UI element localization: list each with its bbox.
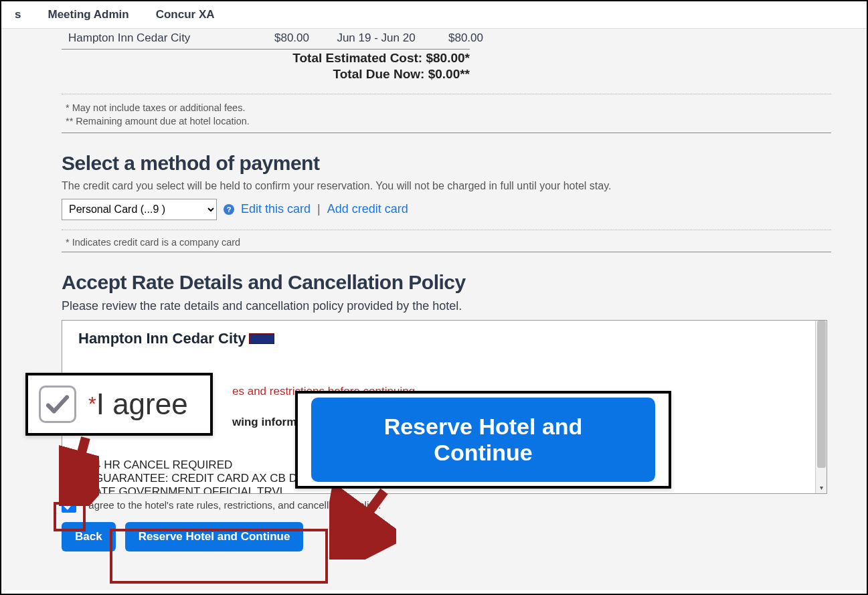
scrollbar-thumb[interactable] (817, 321, 826, 468)
top-nav: s Meeting Admin Concur XA (1, 1, 867, 29)
policy-heading: Accept Rate Details and Cancellation Pol… (62, 271, 831, 294)
payment-heading: Select a method of payment (62, 152, 831, 175)
callout-agree-text: *I agree (88, 388, 188, 421)
total-due-now: Total Due Now: $0.00** (333, 67, 470, 82)
add-card-link[interactable]: Add credit card (327, 202, 408, 216)
callout-agree: *I agree (25, 373, 213, 436)
callout-reserve: Reserve Hotel and Continue (295, 391, 671, 489)
help-icon[interactable]: ? (224, 204, 234, 215)
scroll-down-icon[interactable]: ▾ (816, 482, 827, 493)
summary-hotel: Hampton Inn Cedar City (62, 29, 249, 48)
company-card-note: * Indicates credit card is a company car… (62, 234, 831, 250)
footnotes: * May not include taxes or additional fe… (62, 98, 831, 131)
summary-row: Hampton Inn Cedar City $80.00 Jun 19 - J… (62, 29, 831, 48)
arrow-to-checkbox-icon (59, 432, 99, 506)
arrow-to-reserve-icon (329, 486, 396, 560)
edit-card-link[interactable]: Edit this card (241, 202, 311, 216)
callout-agree-checkbox-icon (39, 386, 76, 423)
svg-line-1 (343, 491, 384, 547)
callout-reserve-button[interactable]: Reserve Hotel and Continue (311, 398, 655, 482)
totals: Total Estimated Cost: $80.00* Total Due … (62, 51, 831, 82)
hotel-brand-badge-icon (249, 333, 274, 344)
agree-row: I agree to the hotel's rate rules, restr… (62, 498, 831, 513)
card-select[interactable]: Personal Card (...9 ) (62, 199, 217, 220)
policy-hotel-name: Hampton Inn Cedar City (78, 330, 246, 347)
footnote-1: * May not include taxes or additional fe… (66, 101, 831, 114)
nav-meeting-admin[interactable]: Meeting Admin (48, 8, 128, 21)
nav-concur-xa[interactable]: Concur XA (156, 8, 215, 21)
nav-partial: s (15, 8, 21, 21)
summary-rate: $80.00 (249, 29, 316, 48)
policy-scrollbar[interactable]: ▾ (815, 321, 827, 493)
footnote-2: ** Remaining amount due at hotel locatio… (66, 114, 831, 128)
summary-table: Hampton Inn Cedar City $80.00 Jun 19 - J… (62, 29, 831, 48)
highlight-reserve (110, 529, 328, 584)
policy-sub: Please review the rate details and cance… (62, 299, 831, 313)
payment-sub: The credit card you select will be held … (62, 180, 831, 192)
payment-row: Personal Card (...9 ) ? Edit this card |… (62, 199, 831, 220)
summary-dates: Jun 19 - Jun 20 (316, 29, 423, 48)
separator: | (317, 202, 321, 216)
summary-subtotal: $80.00 (423, 29, 490, 48)
total-estimated: Total Estimated Cost: $80.00* (292, 51, 470, 66)
svg-line-0 (70, 438, 86, 497)
highlight-checkbox (54, 502, 86, 531)
